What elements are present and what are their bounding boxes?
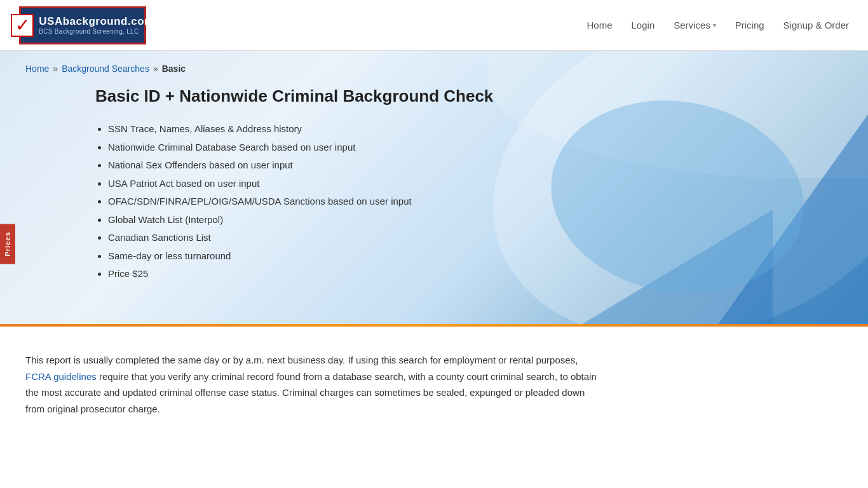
nav-home[interactable]: Home: [587, 20, 613, 30]
breadcrumb-current: Basic: [162, 64, 186, 74]
logo-text-main: USAbackground.com: [39, 15, 154, 28]
list-item: Global Watch List (Interpol): [108, 211, 843, 229]
breadcrumb-background-searches[interactable]: Background Searches: [62, 64, 149, 74]
page-title: Basic ID + Nationwide Criminal Backgroun…: [95, 86, 843, 106]
breadcrumb-sep-2: »: [153, 64, 158, 74]
nav-services-label: Services: [674, 20, 710, 30]
hero-content: Home » Background Searches » Basic Basic…: [0, 51, 868, 302]
fcra-link[interactable]: FCRA guidelines: [25, 371, 97, 382]
logo-area: ✓ USAbackground.com BCS Background Scree…: [19, 6, 146, 44]
logo-checkmark: ✓: [11, 14, 34, 37]
list-item: Price $25: [108, 265, 843, 283]
nav-login[interactable]: Login: [632, 20, 655, 30]
breadcrumb: Home » Background Searches » Basic: [25, 64, 843, 74]
list-item: USA Patriot Act based on user input: [108, 175, 843, 193]
nav-services[interactable]: Services ▾: [674, 20, 716, 30]
content-text-before: This report is usually completed the sam…: [25, 355, 578, 365]
chevron-down-icon: ▾: [713, 22, 716, 29]
hero-section: Home » Background Searches » Basic Basic…: [0, 51, 868, 324]
logo-text-sub: BCS Background Screening, LLC: [39, 28, 154, 35]
content-text-after: require that you verify any criminal rec…: [25, 371, 597, 414]
prices-sidebar: Prices: [0, 224, 15, 264]
list-item: OFAC/SDN/FINRA/EPL/OIG/SAM/USDA Sanction…: [108, 193, 843, 211]
content-paragraph: This report is usually completed the sam…: [25, 352, 597, 417]
list-item: National Sex Offenders based on user inp…: [108, 156, 843, 175]
logo-box[interactable]: ✓ USAbackground.com BCS Background Scree…: [19, 6, 146, 44]
main-nav: Home Login Services ▾ Pricing Signup & O…: [587, 20, 850, 30]
list-item: Same-day or less turnaround: [108, 247, 843, 266]
nav-signup[interactable]: Signup & Order: [783, 20, 849, 30]
feature-list: SSN Trace, Names, Aliases & Address hist…: [25, 120, 843, 283]
content-section: This report is usually completed the sam…: [0, 327, 868, 442]
nav-pricing[interactable]: Pricing: [735, 20, 764, 30]
list-item: Canadian Sanctions List: [108, 229, 843, 247]
list-item: SSN Trace, Names, Aliases & Address hist…: [108, 120, 843, 139]
prices-tab-button[interactable]: Prices: [0, 224, 15, 264]
list-item: Nationwide Criminal Database Search base…: [108, 139, 843, 157]
breadcrumb-sep-1: »: [53, 64, 58, 74]
breadcrumb-home[interactable]: Home: [25, 64, 49, 74]
logo-text-area: USAbackground.com BCS Background Screeni…: [39, 15, 154, 35]
site-header: ✓ USAbackground.com BCS Background Scree…: [0, 0, 868, 51]
